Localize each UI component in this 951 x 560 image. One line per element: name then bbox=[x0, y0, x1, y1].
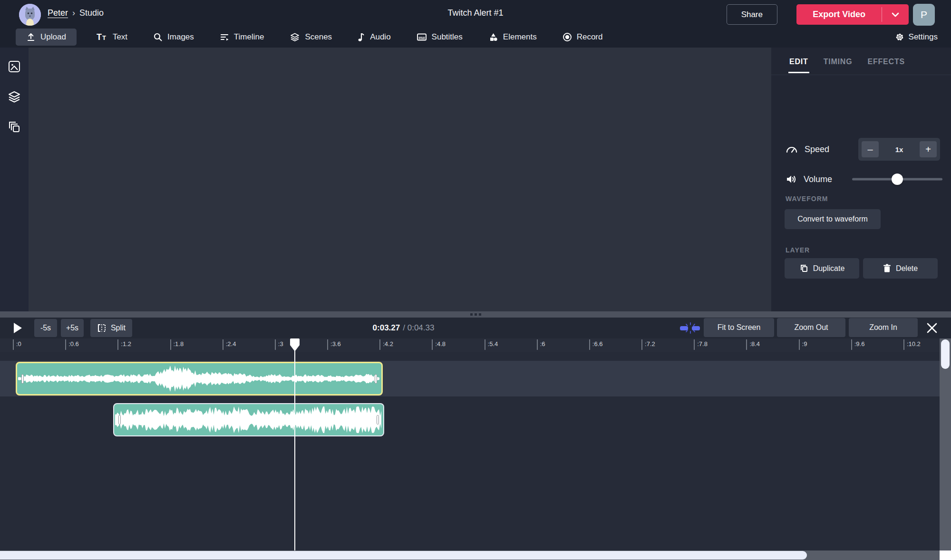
skip-back-5s-button[interactable]: -5s bbox=[34, 319, 57, 337]
playhead-handle[interactable] bbox=[290, 338, 300, 354]
toolbar-item-images[interactable]: Images bbox=[147, 29, 200, 46]
zoom-in-button[interactable]: Zoom In bbox=[849, 318, 918, 337]
close-icon bbox=[926, 322, 938, 334]
close-timeline-button[interactable] bbox=[924, 321, 940, 335]
scrollbar-corner bbox=[940, 550, 951, 560]
volume-slider[interactable] bbox=[852, 174, 942, 185]
speed-row: Speed – 1x + bbox=[786, 138, 942, 161]
timeline-resize-handle[interactable] bbox=[0, 311, 951, 318]
export-video-button[interactable]: Export Video bbox=[796, 4, 882, 25]
media-icon[interactable] bbox=[7, 59, 21, 74]
edit-panel: EDIT TIMING EFFECTS Speed – 1x + Volume bbox=[771, 48, 951, 311]
ruler-tick: :1.2 bbox=[117, 339, 131, 351]
ruler-tick: :7.8 bbox=[694, 339, 708, 351]
speed-gauge-icon bbox=[786, 144, 798, 154]
ruler-tick: :2.4 bbox=[223, 339, 236, 351]
ruler-tick: :1.8 bbox=[170, 339, 184, 351]
left-sidebar bbox=[0, 48, 29, 311]
duplicate-icon bbox=[799, 264, 808, 273]
toolbar-item-subtitles[interactable]: Subtitles bbox=[411, 29, 468, 46]
search-icon bbox=[153, 32, 163, 42]
ruler-tick: :6.6 bbox=[589, 339, 603, 351]
preview-canvas[interactable] bbox=[29, 48, 771, 311]
convert-to-waveform-button[interactable]: Convert to waveform bbox=[785, 209, 881, 229]
split-button[interactable]: Split bbox=[90, 319, 132, 337]
ruler-tick: :3.6 bbox=[327, 339, 341, 351]
total-time: 0:04.33 bbox=[408, 323, 435, 332]
horizontal-scrollbar-thumb[interactable] bbox=[0, 551, 807, 560]
waveform-section-heading: WAVEFORM bbox=[786, 195, 828, 203]
main-toolbar: Upload T T Text Images Timeline bbox=[0, 26, 951, 48]
zoom-out-button[interactable]: Zoom Out bbox=[777, 318, 845, 337]
ruler-tick: :0 bbox=[13, 339, 21, 351]
volume-row: Volume bbox=[786, 169, 942, 190]
audio-waveform bbox=[114, 404, 383, 435]
skip-forward-5s-button[interactable]: +5s bbox=[61, 319, 84, 337]
frames-icon[interactable] bbox=[7, 119, 21, 134]
text-icon: T T bbox=[97, 32, 108, 42]
toolbar-item-audio[interactable]: Audio bbox=[352, 29, 396, 46]
duplicate-button[interactable]: Duplicate bbox=[785, 258, 859, 279]
trim-handle-right[interactable] bbox=[375, 374, 377, 384]
shapes-icon bbox=[488, 32, 498, 42]
settings-button[interactable]: Settings bbox=[895, 26, 938, 48]
ruler-tick: :4.2 bbox=[379, 339, 393, 351]
speed-label: Speed bbox=[805, 145, 829, 154]
share-button[interactable]: Share bbox=[727, 4, 777, 25]
current-time: 0:03.27 bbox=[373, 323, 400, 333]
ruler-tick: :5.4 bbox=[485, 339, 498, 351]
ruler-tick: :3 bbox=[275, 339, 283, 351]
export-split-button: Export Video bbox=[796, 4, 909, 25]
toolbar-item-scenes[interactable]: Scenes bbox=[284, 29, 338, 46]
tab-edit[interactable]: EDIT bbox=[788, 49, 809, 73]
ruler-tick: :9 bbox=[799, 339, 807, 351]
toolbar-item-timeline[interactable]: Timeline bbox=[214, 29, 270, 46]
horizontal-scrollbar[interactable] bbox=[0, 550, 951, 560]
vertical-scrollbar[interactable] bbox=[940, 338, 951, 550]
volume-label: Volume bbox=[804, 174, 832, 184]
layers-icon[interactable] bbox=[7, 89, 21, 104]
time-separator: / bbox=[403, 323, 405, 332]
scenes-icon bbox=[290, 32, 300, 42]
snap-indicator-icon bbox=[679, 321, 702, 335]
timeline-toolbar: 0:03.27 / 0:04.33 -5s +5s Split bbox=[0, 318, 951, 338]
timeline-ruler[interactable]: :0:0.6:1.2:1.8:2.4:3:3.6:4.2:4.8:5.4:6:6… bbox=[0, 338, 951, 352]
tab-timing[interactable]: TIMING bbox=[823, 49, 854, 73]
panel-tabs: EDIT TIMING EFFECTS bbox=[771, 48, 951, 75]
toolbar-item-record[interactable]: Record bbox=[557, 29, 609, 46]
ruler-tick: :8.4 bbox=[746, 339, 760, 351]
play-button[interactable] bbox=[10, 321, 25, 335]
toolbar-item-text[interactable]: T T Text bbox=[91, 29, 133, 46]
svg-text:T: T bbox=[102, 34, 106, 41]
trim-handle-left[interactable] bbox=[118, 415, 121, 425]
studio-app: Peter › Studio Twitch Alert #1 Share Exp… bbox=[0, 0, 951, 560]
chevron-down-icon bbox=[892, 12, 899, 17]
export-options-button[interactable] bbox=[882, 4, 909, 25]
speed-increase-button[interactable]: + bbox=[920, 141, 937, 157]
timeline-body: :0:0.6:1.2:1.8:2.4:3:3.6:4.2:4.8:5.4:6:6… bbox=[0, 338, 951, 550]
audio-clip-2[interactable] bbox=[113, 403, 384, 436]
play-icon bbox=[12, 322, 23, 334]
profile-avatar[interactable]: P bbox=[913, 4, 935, 26]
delete-button[interactable]: Delete bbox=[863, 258, 938, 279]
drag-dots-icon bbox=[470, 313, 473, 316]
volume-slider-thumb[interactable] bbox=[892, 174, 903, 185]
toolbar-item-elements[interactable]: Elements bbox=[483, 29, 543, 46]
volume-icon bbox=[786, 174, 797, 184]
audio-waveform bbox=[17, 363, 381, 394]
trim-handle-left[interactable] bbox=[21, 374, 24, 384]
timeline-icon bbox=[220, 32, 229, 42]
toolbar-item-upload[interactable]: Upload bbox=[16, 29, 77, 46]
speed-decrease-button[interactable]: – bbox=[862, 141, 879, 157]
ruler-tick: :9.6 bbox=[851, 339, 865, 351]
top-bar: Peter › Studio Twitch Alert #1 Share Exp… bbox=[0, 0, 951, 26]
playhead-line[interactable] bbox=[294, 338, 295, 550]
ruler-tick: :10.2 bbox=[903, 339, 921, 351]
fit-to-screen-button[interactable]: Fit to Screen bbox=[704, 318, 774, 337]
ruler-tick: :0.6 bbox=[65, 339, 79, 351]
tab-effects[interactable]: EFFECTS bbox=[866, 49, 906, 73]
vertical-scrollbar-thumb[interactable] bbox=[941, 339, 950, 369]
ruler-tick: :7.2 bbox=[641, 339, 655, 351]
trim-handle-right[interactable] bbox=[377, 415, 379, 425]
audio-clip-1[interactable] bbox=[16, 362, 383, 396]
